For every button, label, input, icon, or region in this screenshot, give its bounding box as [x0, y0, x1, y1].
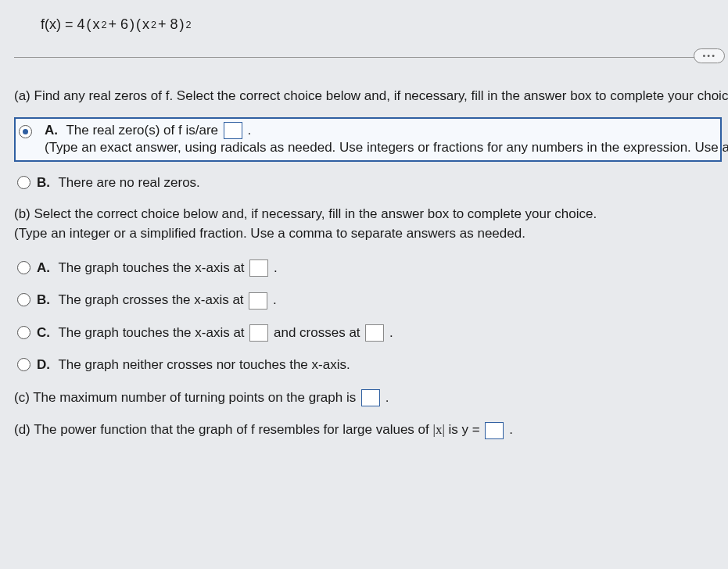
choice-b-A[interactable]: A. The graph touches the x-axis at .: [14, 255, 722, 281]
choice-letter: D.: [37, 357, 50, 372]
choice-a-B[interactable]: B. There are no real zeros.: [14, 170, 722, 196]
choice-b-C-text1: The graph touches the x-axis at: [58, 325, 248, 340]
choice-b-C-mid: and crosses at: [274, 325, 364, 340]
answer-input-c[interactable]: [361, 389, 380, 406]
formula-lhs: f(x) = 4: [41, 14, 85, 35]
answer-input-d[interactable]: [485, 422, 504, 439]
function-formula: f(x) = 4 ( x2 + 6 ) ( x2 + 8 ) 2: [41, 14, 722, 35]
choice-letter: B.: [37, 292, 50, 307]
question-c: (c) The maximum number of turning points…: [14, 388, 722, 408]
question-d-text2: is y =: [449, 422, 484, 437]
radio-b-C[interactable]: [17, 326, 30, 339]
choice-letter: A.: [37, 260, 50, 275]
abs-x: |x|: [432, 422, 444, 437]
answer-input-b-A[interactable]: [249, 259, 268, 277]
more-icon[interactable]: •••: [694, 48, 725, 63]
choice-b-C[interactable]: C. The graph touches the x-axis at and c…: [14, 320, 722, 346]
choice-a-A[interactable]: A. The real zero(s) of f is/are . (Type …: [14, 117, 722, 163]
question-a-prompt: (a) Find any real zeros of f. Select the…: [14, 86, 722, 106]
choice-letter: A.: [45, 123, 58, 138]
question-d-text1: (d) The power function that the graph of…: [14, 422, 432, 437]
choice-a-A-text: The real zero(s) of f is/are: [66, 123, 221, 138]
question-d: (d) The power function that the graph of…: [14, 420, 722, 440]
choice-b-B[interactable]: B. The graph crosses the x-axis at .: [14, 287, 722, 313]
question-b-prompt-2: (Type an integer or a simplified fractio…: [14, 224, 722, 244]
answer-input-b-C1[interactable]: [249, 324, 268, 342]
choice-b-D[interactable]: D. The graph neither crosses nor touches…: [14, 352, 722, 378]
radio-b-D[interactable]: [17, 358, 30, 371]
radio-a-B[interactable]: [17, 176, 30, 189]
choice-b-D-text: The graph neither crosses nor touches th…: [58, 357, 350, 372]
question-b-prompt-1: (b) Select the correct choice below and,…: [14, 204, 722, 224]
answer-input-b-B[interactable]: [249, 292, 267, 310]
answer-input-b-C2[interactable]: [365, 324, 384, 342]
divider: [14, 57, 722, 58]
answer-input-a[interactable]: [224, 122, 242, 139]
radio-b-A[interactable]: [17, 261, 30, 274]
choice-b-B-text: The graph crosses the x-axis at: [58, 292, 247, 307]
radio-b-B[interactable]: [17, 293, 30, 306]
choice-letter: C.: [37, 325, 50, 340]
choice-b-A-text: The graph touches the x-axis at: [58, 260, 248, 275]
choice-a-A-hint: (Type an exact answer, using radicals as…: [45, 140, 728, 155]
choice-letter: B.: [37, 175, 50, 190]
choice-a-B-text: There are no real zeros.: [58, 175, 199, 190]
question-c-text: (c) The maximum number of turning points…: [14, 390, 360, 405]
radio-a-A[interactable]: [19, 125, 32, 138]
